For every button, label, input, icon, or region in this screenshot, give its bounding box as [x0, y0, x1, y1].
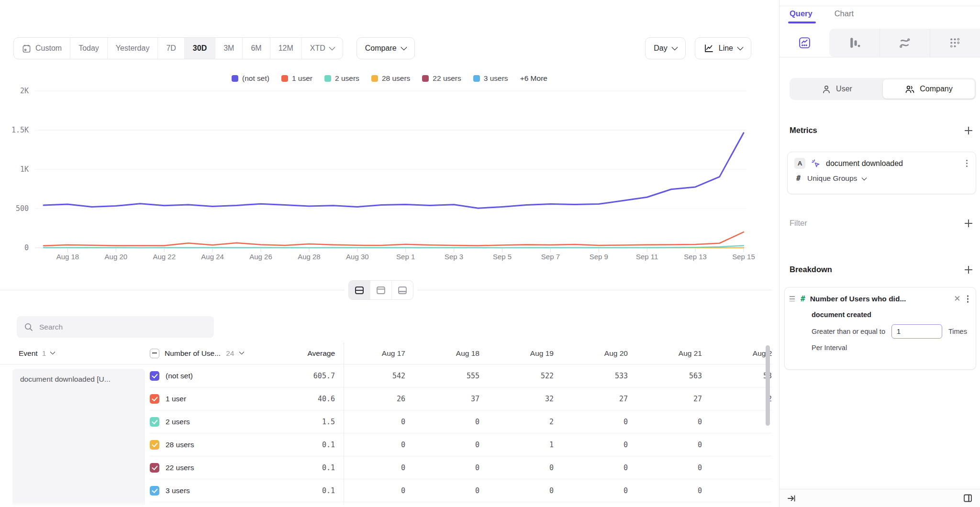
breakdown-value-input[interactable]: [891, 324, 942, 339]
main-area: CustomTodayYesterday7D30D3M6M12MXTD Comp…: [0, 0, 779, 507]
tab-query[interactable]: Query: [790, 9, 813, 18]
breakdown-property: Number of Users who did...: [810, 295, 949, 303]
svg-text:1.5K: 1.5K: [11, 126, 29, 134]
row-checkbox[interactable]: [150, 486, 159, 496]
row-value: 0: [566, 486, 640, 495]
event-header-label: Event: [19, 349, 38, 358]
metric-menu-button[interactable]: [965, 158, 969, 169]
svg-text:Aug 28: Aug 28: [298, 253, 321, 261]
split-view-icon: [354, 285, 365, 296]
toggle-sidebar-button[interactable]: [963, 493, 973, 503]
metric-card[interactable]: A document downloaded # Unique Groups: [787, 152, 976, 194]
tab-chart[interactable]: Chart: [835, 9, 854, 18]
search-icon: [24, 322, 33, 331]
search-input[interactable]: [38, 322, 207, 332]
row-value: 0: [640, 418, 714, 426]
chart-type-tab-matrix[interactable]: [930, 29, 980, 57]
select-all-checkbox[interactable]: [150, 349, 159, 358]
row-label: 2 users: [166, 418, 190, 426]
row-checkbox[interactable]: [150, 463, 159, 473]
measure-label: Unique Groups: [807, 174, 857, 183]
breakdown-menu-button[interactable]: [966, 294, 970, 304]
add-filter-button[interactable]: [964, 219, 973, 228]
add-breakdown-button[interactable]: [964, 265, 973, 274]
event-column-header[interactable]: Event 1: [0, 349, 150, 358]
view-toggle-group: [348, 280, 413, 300]
table-scrollbar[interactable]: [766, 345, 770, 426]
add-metric-button[interactable]: [964, 126, 973, 135]
query-panel: Query Chart: [779, 0, 980, 507]
row-value: 0: [714, 418, 772, 426]
measure-select[interactable]: Unique Groups: [807, 174, 867, 183]
svg-text:Sep 15: Sep 15: [732, 253, 755, 261]
row-value: 0: [640, 486, 714, 495]
row-group-cell: 1 user: [150, 394, 263, 404]
column-header-aug-17[interactable]: Aug 17: [344, 349, 418, 358]
table-row: 2 users1.5002000: [150, 410, 772, 433]
scope-user[interactable]: User: [791, 79, 883, 99]
average-column-header[interactable]: Average: [263, 349, 335, 358]
column-header-aug-19[interactable]: Aug 19: [492, 349, 566, 358]
view-toggle-split[interactable]: [349, 281, 370, 299]
row-value: 533: [566, 372, 640, 380]
panel-footer: [780, 489, 980, 507]
row-value: 28: [714, 395, 772, 403]
metric-badge: A: [794, 158, 805, 169]
chevron-down-icon: [239, 349, 245, 354]
chart-only-view-icon: [376, 285, 386, 296]
line-chart[interactable]: 05001K1.5K2KAug 18Aug 20Aug 22Aug 24Aug …: [0, 0, 779, 268]
row-label: 28 users: [166, 441, 194, 449]
line-chart-tab-icon: [798, 36, 811, 49]
breakdown-card[interactable]: # Number of Users who did... ✕ document …: [784, 287, 976, 370]
breakdown-header: # Number of Users who did... ✕: [789, 294, 970, 304]
row-value: 0: [418, 486, 492, 495]
row-checkbox[interactable]: [150, 417, 159, 427]
row-value: 1: [492, 441, 566, 449]
close-icon[interactable]: ✕: [954, 295, 960, 303]
row-value: 32: [492, 395, 566, 403]
chart-type-tab-line[interactable]: [780, 29, 829, 57]
view-toggle-table-only[interactable]: [392, 281, 413, 299]
row-average: 605.7: [263, 372, 335, 380]
panel-top-divider: [780, 6, 980, 6]
column-header-aug-21[interactable]: Aug 21: [640, 349, 714, 358]
row-label: (not set): [166, 372, 193, 380]
svg-text:Aug 26: Aug 26: [249, 253, 272, 261]
row-value: 0: [714, 463, 772, 472]
svg-text:Sep 1: Sep 1: [396, 253, 415, 261]
metric-measure-row: # Unique Groups: [794, 174, 969, 183]
event-count: 1: [42, 349, 46, 358]
row-value: 0: [566, 441, 640, 449]
scope-company[interactable]: Company: [883, 79, 975, 99]
row-checkbox[interactable]: [150, 440, 159, 450]
filter-title: Filter: [790, 219, 807, 228]
collapse-panel-button[interactable]: [787, 494, 796, 503]
svg-text:Sep 13: Sep 13: [684, 253, 707, 261]
svg-text:Sep 3: Sep 3: [445, 253, 463, 261]
event-cell[interactable]: document downloaded [U...: [12, 369, 145, 507]
row-checkbox[interactable]: [150, 371, 159, 381]
row-value: 37: [418, 395, 492, 403]
panel-tabs: Query Chart: [790, 9, 854, 18]
view-toggle-chart-only[interactable]: [370, 281, 392, 299]
row-value: 0: [640, 441, 714, 449]
column-header-aug-20[interactable]: Aug 20: [566, 349, 640, 358]
column-header-aug-22[interactable]: Aug 22: [714, 349, 772, 358]
group-column-header[interactable]: Number of Use... 24: [150, 349, 263, 358]
row-value: 563: [640, 372, 714, 380]
svg-text:2K: 2K: [20, 87, 29, 95]
chart-type-tab-flow[interactable]: [880, 29, 930, 57]
number-property-icon: #: [801, 294, 805, 303]
svg-text:Sep 5: Sep 5: [493, 253, 512, 261]
row-average: 0.1: [263, 441, 335, 449]
row-value: 0: [418, 463, 492, 472]
row-label: 3 users: [166, 486, 190, 495]
column-header-aug-18[interactable]: Aug 18: [418, 349, 492, 358]
event-click-icon: [811, 158, 821, 168]
matrix-tab-icon: [948, 36, 961, 49]
row-checkbox[interactable]: [150, 394, 159, 404]
drag-handle-icon[interactable]: [789, 295, 796, 302]
row-value: 0: [492, 463, 566, 472]
chart-type-tab-bar[interactable]: [829, 29, 879, 57]
row-value: 26: [344, 395, 418, 403]
